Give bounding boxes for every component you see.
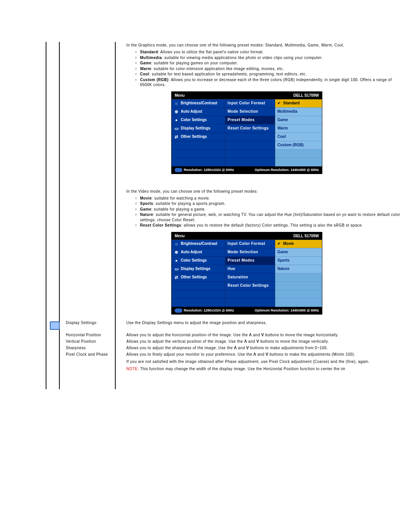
osd-mid-item[interactable]: Mode Selection: [225, 248, 275, 257]
osd-left-item[interactable]: [172, 141, 225, 150]
osd-mid-item[interactable]: Reset Color Settings: [225, 282, 275, 290]
osd-mid-item[interactable]: Saturation: [225, 273, 275, 282]
osd-left-item[interactable]: ●Color Settings: [172, 257, 225, 265]
video-preset-list: Movie: suitable for watching a movie.Spo…: [126, 196, 405, 228]
osd-left-icon: ⇄: [174, 134, 179, 139]
osd-right-item[interactable]: Sports: [275, 257, 322, 265]
row-body: Allows you to adjust the vertical positi…: [124, 338, 407, 345]
down-arrow-icon: V: [261, 333, 264, 337]
display-settings-icon: [50, 321, 60, 330]
osd-left-item[interactable]: [172, 282, 225, 290]
preset-item: Warm: suitable for color-intensive appli…: [135, 66, 405, 72]
preset-item: Cool: suitable for text based applicatio…: [135, 72, 405, 77]
osd-right-item[interactable]: ✔Standard: [275, 99, 322, 108]
row-label: Pixel Clock and Phase: [64, 351, 124, 372]
preset-item: Sports: suitable for playing a sports pr…: [135, 201, 405, 206]
preset-item: Game: suitable for playing games on your…: [135, 61, 405, 66]
osd-mid-item[interactable]: [225, 299, 275, 307]
osd-mid-item[interactable]: Input Color Format: [225, 240, 275, 248]
osd-menu-label: Menu: [175, 93, 185, 97]
osd-right-item[interactable]: Warm: [275, 125, 322, 133]
osd-left-item[interactable]: ⇄Other Settings: [172, 133, 225, 141]
osd-left-item[interactable]: [172, 150, 225, 158]
osd-left-item[interactable]: ☼Brightness/Contrast: [172, 99, 225, 108]
osd-left-icon: ●: [174, 118, 179, 123]
osd-mid-item[interactable]: Preset Modes: [225, 116, 275, 125]
osd-right-item[interactable]: Nature: [275, 265, 322, 273]
preset-item: Game: suitable for playing a game.: [135, 207, 405, 212]
row-label: Horizontal Position: [64, 332, 124, 338]
osd-left-icon: ⊕: [174, 250, 179, 255]
check-icon: ✔: [277, 240, 280, 248]
osd-model: DELL S1709W: [293, 93, 319, 97]
osd-right-item: [275, 158, 322, 166]
graphics-preset-list: Standard: Allows you to utilize the flat…: [126, 50, 405, 88]
osd-left-item[interactable]: ☼Brightness/Contrast: [172, 240, 225, 248]
osd-right-item: [275, 290, 322, 299]
osd-mid-item[interactable]: Input Color Format: [225, 99, 275, 108]
osd-footer-res: Resolution: 1280x1024 @ 60Hz: [184, 168, 234, 172]
osd-left-icon: ⊕: [174, 109, 179, 114]
check-icon: ✔: [277, 99, 280, 108]
osd-footer-opt: Optimum Resolution: 1440x900 @ 60Hz: [255, 168, 319, 172]
osd-left-icon: ☼: [174, 101, 179, 106]
osd-left-item[interactable]: ▭Display Settings: [172, 265, 225, 273]
osd-left-item[interactable]: [172, 290, 225, 299]
display-settings-desc: Use the Display Settings menu to adjust …: [124, 320, 407, 332]
osd-video: Menu DELL S1709W ☼Brightness/Contrast⊕Au…: [171, 232, 322, 315]
osd-mid-item[interactable]: Mode Selection: [225, 108, 275, 116]
osd-footer-res: Resolution: 1280x1024 @ 60Hz: [184, 308, 234, 312]
osd-left-item[interactable]: ●Color Settings: [172, 116, 225, 125]
osd-right-item[interactable]: Game: [275, 248, 322, 257]
osd-right-item[interactable]: Custom (RGB): [275, 141, 322, 150]
res-pill-icon: [175, 308, 182, 313]
osd-left-icon: ●: [174, 258, 179, 263]
display-settings-label: Display Settings:: [64, 320, 124, 332]
row-body: Allows you to finely adjust your monitor…: [124, 351, 407, 372]
osd-right-item[interactable]: Cool: [275, 133, 322, 141]
osd-right-item: [275, 299, 322, 307]
osd-right-item[interactable]: ✔Movie: [275, 240, 322, 248]
osd-left-item[interactable]: ▭Display Settings: [172, 125, 225, 133]
osd-left-icon: ⇄: [174, 275, 179, 280]
osd-mid-item[interactable]: Preset Modes: [225, 257, 275, 265]
preset-item: Movie: suitable for watching a movie.: [135, 196, 405, 201]
osd-graphics: Menu DELL S1709W ☼Brightness/Contrast⊕Au…: [171, 91, 322, 174]
osd-mid-item[interactable]: Hue: [225, 265, 275, 273]
row-body: Allows you to adjust the sharpness of th…: [124, 345, 407, 351]
osd-left-icon: ▭: [174, 267, 179, 272]
osd-right-item[interactable]: Multimedia: [275, 108, 322, 116]
up-arrow-icon: Λ: [249, 333, 252, 337]
graphics-intro: In the Graphics mode, you can choose one…: [126, 43, 405, 47]
preset-item: Reset Color Settings: allows you to rest…: [135, 223, 405, 228]
osd-mid-item[interactable]: [225, 290, 275, 299]
row-label: Vertical Position: [64, 338, 124, 345]
row-label: Sharpness: [64, 345, 124, 351]
osd-left-icon: ☼: [174, 241, 179, 246]
osd-menu-label: Menu: [175, 234, 185, 238]
osd-right-item[interactable]: Game: [275, 116, 322, 125]
osd-footer-opt: Optimum Resolution: 1440x900 @ 60Hz: [255, 308, 319, 312]
osd-mid-item[interactable]: [225, 133, 275, 141]
osd-mid-item[interactable]: Reset Color Settings: [225, 125, 275, 133]
osd-right-item: [275, 150, 322, 158]
preset-item: Multimedia: suitable for viewing media a…: [135, 55, 405, 61]
video-intro: In the Video mode, you can choose one of…: [126, 189, 405, 193]
osd-left-item[interactable]: [172, 158, 225, 166]
osd-mid-item[interactable]: [225, 158, 275, 166]
row-body: Allows you to adjust the horizontal posi…: [124, 332, 407, 338]
osd-left-item[interactable]: [172, 299, 225, 307]
osd-model: DELL S1709W: [293, 234, 319, 238]
osd-right-item: [275, 282, 322, 290]
preset-item: Standard: Allows you to utilize the flat…: [135, 50, 405, 55]
preset-item: Custom (RGB): Allows you to increase or …: [135, 77, 405, 88]
res-pill-icon: [175, 168, 182, 172]
osd-right-item: [275, 273, 322, 282]
osd-mid-item[interactable]: [225, 141, 275, 150]
osd-left-item[interactable]: ⊕Auto Adjust: [172, 248, 225, 257]
preset-item: Nature: suitable for general picture, we…: [135, 212, 405, 222]
osd-left-item[interactable]: ⇄Other Settings: [172, 273, 225, 282]
osd-mid-item[interactable]: [225, 150, 275, 158]
osd-left-item[interactable]: ⊕Auto Adjust: [172, 108, 225, 116]
up-arrow-icon: Λ: [244, 339, 247, 343]
